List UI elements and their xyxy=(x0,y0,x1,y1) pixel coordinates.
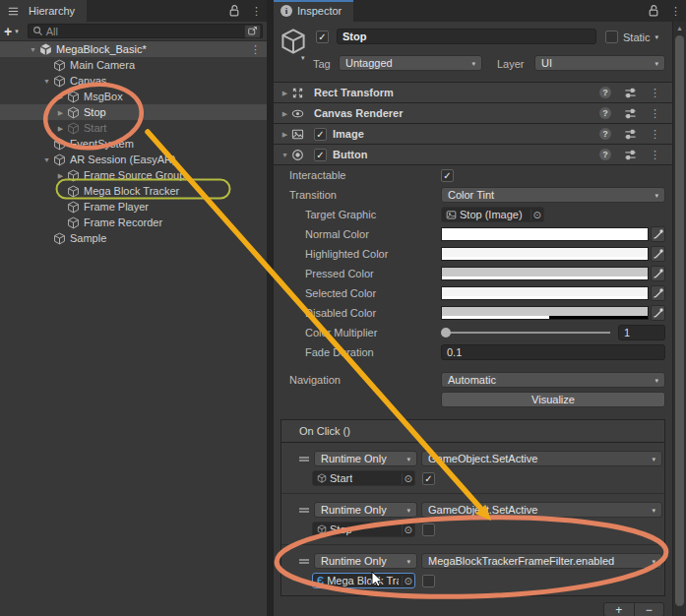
drag-handle[interactable] xyxy=(299,508,309,513)
component-header-button[interactable]: ▼ ✓ Button ? ⋮ xyxy=(274,144,672,164)
component-header-canvas-renderer[interactable]: ▶ Canvas Renderer ? ⋮ xyxy=(274,102,672,123)
active-checkbox[interactable]: ✓ xyxy=(316,31,329,43)
component-menu-icon[interactable]: ⋮ xyxy=(650,88,660,98)
scrollbar-thumb[interactable] xyxy=(675,35,684,606)
open-search-window-button[interactable] xyxy=(244,25,261,38)
tree-item-start[interactable]: ▶ Start xyxy=(0,120,267,136)
tree-item-frame-source-group[interactable]: ▶ Frame Source Group xyxy=(0,167,267,183)
presets-icon[interactable] xyxy=(624,107,637,120)
drag-handle[interactable] xyxy=(299,457,309,462)
create-button[interactable]: + xyxy=(4,24,12,39)
foldout-closed-icon[interactable]: ▶ xyxy=(279,110,291,117)
tree-item-ar-session[interactable]: ▼ AR Session (EasyAR) xyxy=(0,152,267,167)
eyedropper-icon[interactable] xyxy=(651,305,665,321)
foldout-closed-icon[interactable]: ▶ xyxy=(54,93,67,100)
component-menu-icon[interactable]: ⋮ xyxy=(650,108,660,119)
presets-icon[interactable] xyxy=(624,149,637,161)
tree-item-sample[interactable]: Sample xyxy=(0,230,267,246)
drag-handle[interactable] xyxy=(299,559,309,564)
scene-menu-icon[interactable]: ⋮ xyxy=(250,44,267,55)
event-target-field[interactable]: Stop ⊙ xyxy=(312,522,415,537)
object-picker-icon[interactable]: ⊙ xyxy=(530,210,541,220)
foldout-closed-icon[interactable]: ▶ xyxy=(279,131,291,138)
create-caret-icon[interactable]: ▾ xyxy=(15,28,19,34)
help-icon[interactable]: ? xyxy=(599,107,611,119)
tree-item-canvas[interactable]: ▼ Canvas xyxy=(0,73,267,89)
panel-menu-icon[interactable]: ⋮ xyxy=(670,6,681,17)
component-header-rect-transform[interactable]: ▶ Rect Transform ? ⋮ xyxy=(274,82,672,102)
fade-duration-field[interactable]: 0.1 xyxy=(441,344,665,360)
lock-icon[interactable] xyxy=(647,4,660,18)
tab-inspector[interactable]: i Inspector xyxy=(274,0,353,22)
tree-item-stop[interactable]: ▶ Stop xyxy=(0,104,267,120)
tag-dropdown[interactable]: Untagged ▾ xyxy=(339,55,482,71)
component-enabled-checkbox[interactable]: ✓ xyxy=(314,149,327,161)
event-bool-checkbox[interactable]: ✓ xyxy=(422,472,435,485)
event-target-field[interactable]: Є Mega Block Tracker ⊙ xyxy=(312,573,415,588)
highlighted-color-swatch[interactable] xyxy=(441,247,649,261)
component-header-image[interactable]: ▶ ✓ Image ? ⋮ xyxy=(274,123,672,144)
name-field[interactable]: Stop xyxy=(337,29,596,44)
gameobject-icon[interactable] xyxy=(280,28,307,55)
event-mode-dropdown[interactable]: Runtime Only ▾ xyxy=(314,451,417,466)
transition-dropdown[interactable]: Color Tint ▾ xyxy=(441,187,665,203)
pressed-color-swatch[interactable] xyxy=(441,267,649,280)
tab-hierarchy[interactable]: Hierarchy xyxy=(0,0,87,22)
layer-dropdown[interactable]: UI ▾ xyxy=(534,55,665,71)
tree-item-eventsystem[interactable]: EventSystem xyxy=(0,136,267,152)
component-enabled-checkbox[interactable]: ✓ xyxy=(314,128,327,141)
eyedropper-icon[interactable] xyxy=(651,285,665,301)
component-menu-icon[interactable]: ⋮ xyxy=(650,150,660,160)
tree-item-msgbox[interactable]: ▶ MsgBox xyxy=(0,89,267,104)
gameobject-icon-caret[interactable]: ▾ xyxy=(301,54,305,62)
hierarchy-search-input[interactable]: All xyxy=(28,24,263,38)
panel-menu-icon[interactable]: ⋮ xyxy=(251,6,262,17)
selected-color-swatch[interactable] xyxy=(441,286,649,300)
event-bool-checkbox[interactable] xyxy=(422,575,435,587)
help-icon[interactable]: ? xyxy=(599,128,611,140)
inspector-scrollbar[interactable]: ▲ xyxy=(672,22,686,616)
foldout-closed-icon[interactable]: ▶ xyxy=(54,125,67,132)
object-picker-icon[interactable]: ⊙ xyxy=(402,473,412,484)
component-menu-icon[interactable]: ⋮ xyxy=(650,129,660,140)
color-multiplier-slider[interactable] xyxy=(443,332,610,334)
presets-icon[interactable] xyxy=(624,128,637,141)
slider-knob[interactable] xyxy=(441,328,451,338)
event-target-field[interactable]: Start ⊙ xyxy=(312,470,415,486)
navigation-dropdown[interactable]: Automatic ▾ xyxy=(441,372,665,388)
remove-event-button[interactable]: − xyxy=(634,603,664,616)
scroll-up-icon[interactable]: ▲ xyxy=(673,22,686,33)
event-mode-dropdown[interactable]: Runtime Only ▾ xyxy=(314,502,417,518)
target-graphic-field[interactable]: Stop (Image) ⊙ xyxy=(441,207,544,222)
eyedropper-icon[interactable] xyxy=(651,226,665,242)
foldout-closed-icon[interactable]: ▶ xyxy=(279,90,291,96)
event-function-dropdown[interactable]: GameObject.SetActive ▾ xyxy=(421,502,662,518)
tree-item-frame-recorder[interactable]: Frame Recorder xyxy=(0,215,267,230)
eyedropper-icon[interactable] xyxy=(651,266,665,281)
help-icon[interactable]: ? xyxy=(599,87,611,98)
interactable-checkbox[interactable]: ✓ xyxy=(441,169,454,182)
object-picker-icon[interactable]: ⊙ xyxy=(402,576,412,586)
static-checkbox[interactable] xyxy=(605,31,618,43)
help-icon[interactable]: ? xyxy=(599,149,611,160)
foldout-open-icon[interactable]: ▼ xyxy=(27,46,39,53)
eyedropper-icon[interactable] xyxy=(651,246,665,262)
color-multiplier-value[interactable]: 1 xyxy=(618,325,665,340)
foldout-open-icon[interactable]: ▼ xyxy=(40,78,53,85)
foldout-closed-icon[interactable]: ▶ xyxy=(54,172,67,179)
lock-icon[interactable] xyxy=(227,4,241,18)
foldout-closed-icon[interactable]: ▶ xyxy=(54,109,67,116)
add-event-button[interactable]: + xyxy=(604,603,634,616)
foldout-open-icon[interactable]: ▼ xyxy=(40,156,53,163)
tree-item-frame-player[interactable]: Frame Player xyxy=(0,199,267,215)
event-bool-checkbox[interactable] xyxy=(422,524,435,536)
event-function-dropdown[interactable]: GameObject.SetActive ▾ xyxy=(421,451,662,466)
presets-icon[interactable] xyxy=(624,87,637,99)
foldout-open-icon[interactable]: ▼ xyxy=(279,152,291,158)
disabled-color-swatch[interactable] xyxy=(441,306,649,320)
visualize-button[interactable]: Visualize xyxy=(441,392,665,407)
static-caret-icon[interactable]: ▾ xyxy=(655,33,659,40)
tree-item-scene[interactable]: ▼ MegaBlock_Basic* ⋮ xyxy=(0,41,267,57)
tree-item-mega-block-tracker[interactable]: Mega Block Tracker xyxy=(0,183,267,199)
tree-item-main-camera[interactable]: Main Camera xyxy=(0,57,267,73)
